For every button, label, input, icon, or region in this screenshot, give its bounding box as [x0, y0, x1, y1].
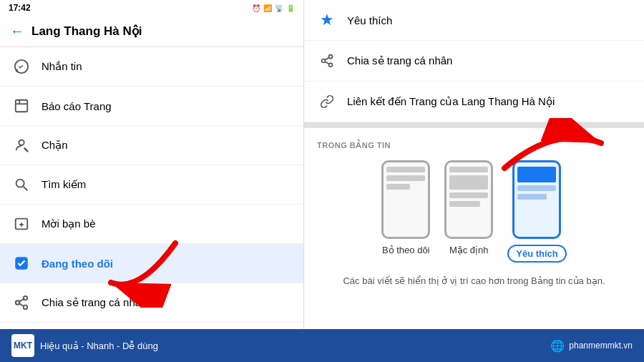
svg-line-16	[19, 299, 24, 302]
share-icon	[11, 293, 31, 313]
bo-theo-doi-label: Bỏ theo dõi	[382, 245, 430, 255]
phone-mockup-bo-theo-doi	[381, 160, 430, 239]
right-top-section: ★ Yêu thích Chia sẻ trang cá nhân	[304, 0, 644, 122]
mac-dinh-label: Mặc định	[449, 245, 489, 255]
svg-line-5	[24, 148, 28, 152]
right-menu-yeu-thich[interactable]: ★ Yêu thích	[304, 0, 644, 41]
svg-line-22	[325, 57, 329, 59]
star-icon: ★	[317, 10, 337, 30]
wifi-icon: 📡	[275, 4, 283, 12]
phone-mockup-yeu-thich	[512, 160, 561, 239]
svg-line-15	[19, 303, 24, 306]
svg-line-7	[24, 187, 28, 191]
website-label: phanmemmkt.vn	[569, 341, 633, 351]
menu-item-bao-cao[interactable]: Báo cáo Trang	[0, 87, 303, 126]
tim-kiem-label: Tìm kiếm	[42, 178, 86, 191]
section-label: TRONG BẢNG TIN	[317, 141, 631, 150]
menu-item-moi-ban-be[interactable]: Mời bạn bè	[0, 205, 303, 244]
svg-point-13	[16, 300, 20, 305]
page-title: Lang Thang Hà Nội	[31, 24, 142, 39]
yeu-thich-btn[interactable]: Yêu thích	[507, 245, 567, 263]
globe-icon: 🌐	[550, 339, 565, 353]
feed-options: Bỏ theo dõi Mặc định	[317, 160, 631, 263]
messenger-icon	[11, 57, 31, 77]
right-menu-chia-se[interactable]: Chia sẻ trang cá nhân	[304, 41, 644, 82]
invite-icon	[11, 214, 31, 234]
feed-description: Các bài viết sẽ hiển thị ở vị trí cao hơ…	[317, 274, 631, 288]
section-divider	[304, 122, 644, 128]
menu-item-tim-kiem[interactable]: Tìm kiếm	[0, 165, 303, 205]
bottom-bar: MKT Hiệu quả - Nhanh - Dễ dùng 🌐 phanmem…	[0, 329, 644, 362]
svg-rect-1	[16, 100, 28, 112]
feed-option-yeu-thich[interactable]: Yêu thích	[507, 160, 567, 263]
status-icons: ⏰ 📶 📡 🔋	[252, 4, 295, 12]
feed-option-bo-theo-doi[interactable]: Bỏ theo dõi	[381, 160, 430, 263]
moi-ban-be-label: Mời bạn bè	[42, 217, 96, 230]
chia-se-label: Chia sẻ trang cá nhân	[42, 296, 147, 309]
menu-item-nhan-tin[interactable]: Nhắn tin	[0, 47, 303, 87]
block-icon	[11, 135, 31, 155]
back-button[interactable]: ←	[10, 23, 24, 39]
signal-icon: 📶	[263, 4, 272, 12]
bao-cao-label: Báo cáo Trang	[42, 100, 112, 112]
clock-icon: ⏰	[252, 4, 260, 12]
right-menu-lien-ket[interactable]: Liên kết đến Trang của Lang Thang Hà Nội	[304, 82, 644, 122]
svg-point-18	[329, 55, 333, 59]
bottom-right: 🌐 phanmemmkt.vn	[550, 339, 633, 353]
menu-item-chia-se[interactable]: Chia sẻ trang cá nhân	[0, 283, 303, 323]
right-panel: ★ Yêu thích Chia sẻ trang cá nhân	[304, 0, 644, 329]
menu-list: Nhắn tin Báo cáo Trang	[0, 47, 303, 329]
svg-point-20	[329, 63, 333, 67]
menu-item-chan[interactable]: Chặn	[0, 126, 303, 165]
status-time: 17:42	[9, 3, 31, 13]
tagline: Hiệu quả - Nhanh - Dễ dùng	[40, 341, 158, 351]
battery-icon: 🔋	[286, 4, 295, 12]
left-panel: 17:42 ⏰ 📶 📡 🔋 ← Lang Thang Hà Nội	[0, 0, 304, 329]
mkt-logo: MKT	[11, 334, 34, 357]
svg-point-6	[16, 180, 24, 187]
report-icon	[11, 96, 31, 116]
share-icon-right	[317, 51, 337, 71]
dang-theo-doi-label: Đang theo dõi	[42, 258, 113, 270]
following-icon	[11, 253, 31, 273]
feed-option-mac-dinh[interactable]: Mặc định	[444, 160, 493, 263]
status-bar: 17:42 ⏰ 📶 📡 🔋	[0, 0, 303, 16]
news-feed-section: TRONG BẢNG TIN Bỏ theo dõi	[304, 128, 644, 329]
page-header: ← Lang Thang Hà Nội	[0, 16, 303, 47]
nhan-tin-label: Nhắn tin	[42, 60, 82, 73]
search-icon	[11, 175, 31, 195]
right-lien-ket-label: Liên kết đến Trang của Lang Thang Hà Nội	[347, 95, 555, 108]
yeu-thich-label: Yêu thích	[347, 14, 392, 26]
right-chia-se-label: Chia sẻ trang cá nhân	[347, 54, 452, 67]
menu-item-dang-theo-doi[interactable]: Đang theo dõi	[0, 244, 303, 283]
bottom-left: MKT Hiệu quả - Nhanh - Dễ dùng	[11, 334, 158, 357]
link-icon-right	[317, 92, 337, 112]
menu-item-lien-ket[interactable]: Liên kết đến Trang của Lang Thang Hà Nội	[0, 323, 303, 329]
svg-point-19	[322, 59, 326, 63]
svg-point-14	[24, 305, 28, 310]
phone-mockup-mac-dinh	[444, 160, 493, 239]
svg-line-21	[325, 62, 329, 64]
chan-label: Chặn	[42, 139, 68, 152]
svg-point-4	[19, 140, 24, 145]
svg-point-12	[24, 296, 28, 300]
